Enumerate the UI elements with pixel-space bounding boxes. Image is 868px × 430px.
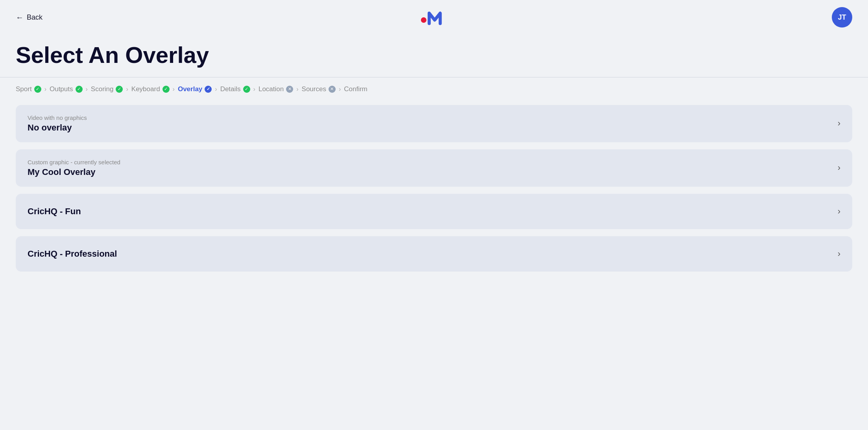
chevron-right-icon-crichq-professional: ›: [838, 249, 840, 259]
logo: [420, 4, 448, 31]
svg-point-0: [421, 17, 427, 23]
breadcrumb-item-sources[interactable]: Sources ✕: [302, 85, 336, 93]
arrow-left-icon: ←: [16, 13, 24, 22]
breadcrumb-label-details: Details: [220, 85, 241, 93]
breadcrumb: Sport ✓ › Outputs ✓ › Scoring ✓ › Keyboa…: [0, 77, 868, 101]
logo-icon: [420, 4, 448, 31]
x-icon-sources: ✕: [329, 86, 336, 93]
separator-1: ›: [44, 86, 46, 93]
separator-8: ›: [339, 86, 341, 93]
separator-3: ›: [126, 86, 128, 93]
check-icon-keyboard: ✓: [163, 86, 170, 93]
header: ← Back JT: [0, 0, 868, 35]
breadcrumb-item-location[interactable]: Location ✕: [259, 85, 293, 93]
overlay-card-subtitle-my-cool-overlay: Custom graphic - currently selected: [28, 159, 120, 165]
breadcrumb-item-scoring[interactable]: Scoring ✓: [91, 85, 123, 93]
page-title-section: Select An Overlay: [0, 35, 868, 68]
breadcrumb-item-confirm[interactable]: Confirm: [344, 85, 368, 93]
overlay-card-title-crichq-fun: CricHQ - Fun: [28, 206, 81, 217]
breadcrumb-item-outputs[interactable]: Outputs ✓: [50, 85, 83, 93]
breadcrumb-item-overlay[interactable]: Overlay ✓: [178, 85, 212, 93]
overlay-card-content-my-cool-overlay: Custom graphic - currently selected My C…: [28, 159, 120, 177]
overlay-card-subtitle-no-overlay: Video with no graphics: [28, 114, 87, 121]
overlay-card-content-no-overlay: Video with no graphics No overlay: [28, 114, 87, 133]
chevron-right-icon-no-overlay: ›: [838, 118, 840, 129]
breadcrumb-label-outputs: Outputs: [50, 85, 73, 93]
chevron-right-icon-crichq-fun: ›: [838, 206, 840, 217]
active-check-icon-overlay: ✓: [205, 86, 212, 93]
overlay-card-title-crichq-professional: CricHQ - Professional: [28, 249, 117, 259]
breadcrumb-item-keyboard[interactable]: Keyboard ✓: [131, 85, 170, 93]
back-label: Back: [27, 13, 42, 22]
overlay-card-content-crichq-professional: CricHQ - Professional: [28, 249, 117, 259]
overlay-card-content-crichq-fun: CricHQ - Fun: [28, 206, 81, 217]
overlay-card-my-cool-overlay[interactable]: Custom graphic - currently selected My C…: [16, 149, 852, 187]
breadcrumb-label-overlay: Overlay: [178, 85, 202, 93]
overlay-card-title-my-cool-overlay: My Cool Overlay: [28, 167, 120, 177]
separator-5: ›: [215, 86, 217, 93]
separator-4: ›: [173, 86, 175, 93]
breadcrumb-label-location: Location: [259, 85, 284, 93]
breadcrumb-label-keyboard: Keyboard: [131, 85, 160, 93]
breadcrumb-label-sources: Sources: [302, 85, 326, 93]
overlay-card-crichq-fun[interactable]: CricHQ - Fun ›: [16, 194, 852, 229]
overlay-card-title-no-overlay: No overlay: [28, 123, 87, 133]
x-icon-location: ✕: [286, 86, 293, 93]
separator-7: ›: [296, 86, 298, 93]
separator-6: ›: [253, 86, 255, 93]
avatar[interactable]: JT: [832, 7, 852, 28]
overlay-card-crichq-professional[interactable]: CricHQ - Professional ›: [16, 236, 852, 272]
breadcrumb-item-details[interactable]: Details ✓: [220, 85, 250, 93]
page-title: Select An Overlay: [16, 42, 852, 68]
overlay-card-no-overlay[interactable]: Video with no graphics No overlay ›: [16, 105, 852, 142]
overlay-list: Video with no graphics No overlay › Cust…: [0, 101, 868, 287]
check-icon-outputs: ✓: [76, 86, 83, 93]
back-button[interactable]: ← Back: [16, 13, 42, 22]
breadcrumb-label-confirm: Confirm: [344, 85, 368, 93]
breadcrumb-label-sport: Sport: [16, 85, 32, 93]
breadcrumb-item-sport[interactable]: Sport ✓: [16, 85, 41, 93]
chevron-right-icon-my-cool-overlay: ›: [838, 163, 840, 173]
separator-2: ›: [86, 86, 88, 93]
check-icon-details: ✓: [243, 86, 250, 93]
breadcrumb-label-scoring: Scoring: [91, 85, 114, 93]
check-icon-scoring: ✓: [116, 86, 123, 93]
check-icon-sport: ✓: [34, 86, 41, 93]
